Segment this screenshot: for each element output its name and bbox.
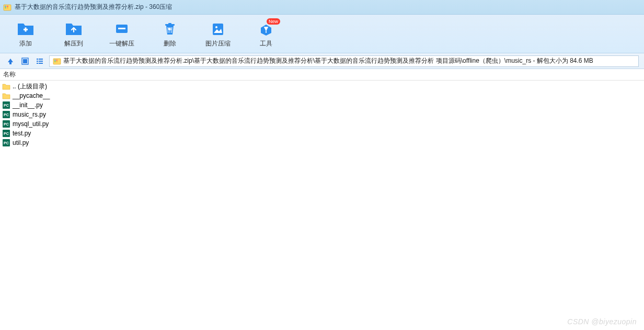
svg-rect-23	[56, 60, 58, 61]
one-click-extract-button[interactable]: 一键解压	[107, 21, 137, 48]
delete-label: 删除	[164, 39, 176, 48]
file-name: mysql_util.py	[13, 120, 49, 128]
svg-rect-22	[54, 60, 56, 61]
svg-text:PC: PC	[4, 104, 9, 107]
file-row[interactable]: PCtest.py	[0, 129, 644, 138]
folder-icon	[2, 92, 10, 100]
one-click-extract-label: 一键解压	[109, 39, 134, 48]
extract-to-label: 解压到	[64, 39, 83, 48]
image-compress-label: 图片压缩	[205, 39, 231, 48]
svg-rect-14	[23, 59, 27, 63]
column-name: 名称	[3, 70, 16, 79]
titlebar: 基于大数据的音乐流行趋势预测及推荐分析.zip - 360压缩	[0, 0, 644, 15]
svg-text:PC: PC	[4, 113, 9, 117]
svg-rect-10	[168, 23, 171, 25]
main-toolbar: 添加 解压到 一键解压	[0, 15, 644, 53]
svg-rect-18	[39, 61, 43, 62]
add-label: 添加	[19, 39, 32, 48]
archive-icon	[53, 57, 61, 65]
svg-point-12	[215, 26, 217, 28]
path-field[interactable]: 基于大数据的音乐流行趋势预测及推荐分析.zip\基于大数据的音乐流行趋势预测及推…	[49, 55, 639, 67]
image-compress-button[interactable]: 图片压缩	[203, 21, 233, 48]
svg-rect-1	[5, 6, 6, 7]
python-file-icon: PC	[2, 120, 10, 128]
svg-rect-3	[5, 7, 6, 8]
file-name: .. (上级目录)	[13, 82, 47, 91]
svg-rect-17	[37, 61, 38, 62]
file-name: __pycache__	[13, 92, 50, 99]
python-file-icon: PC	[2, 110, 10, 119]
window-title: 基于大数据的音乐流行趋势预测及推荐分析.zip - 360压缩	[15, 3, 172, 12]
python-file-icon: PC	[2, 139, 10, 147]
svg-rect-2	[7, 6, 8, 7]
file-name: util.py	[13, 139, 29, 146]
extract-to-button[interactable]: 解压到	[59, 21, 89, 48]
file-row[interactable]: PC__init__.py	[0, 100, 644, 110]
svg-rect-4	[7, 7, 8, 8]
image-compress-icon	[209, 21, 227, 36]
new-badge: New	[267, 18, 280, 25]
add-icon	[17, 21, 34, 36]
svg-text:PC: PC	[4, 122, 9, 126]
delete-button[interactable]: 删除	[155, 21, 185, 48]
path-text: 基于大数据的音乐流行趋势预测及推荐分析.zip\基于大数据的音乐流行趋势预测及推…	[63, 56, 593, 65]
pathbar: 基于大数据的音乐流行趋势预测及推荐分析.zip\基于大数据的音乐流行趋势预测及推…	[0, 53, 644, 69]
file-row[interactable]: PCutil.py	[0, 138, 644, 147]
app-icon	[3, 3, 12, 12]
svg-rect-25	[56, 61, 58, 62]
one-click-extract-icon	[113, 21, 131, 36]
svg-rect-15	[37, 59, 38, 60]
file-row[interactable]: PCmusic_rs.py	[0, 110, 644, 119]
python-file-icon: PC	[2, 129, 10, 138]
view-list-button[interactable]	[34, 56, 45, 66]
file-name: __init__.py	[13, 101, 43, 109]
file-name: music_rs.py	[13, 111, 46, 118]
tools-label: 工具	[260, 39, 272, 48]
file-row[interactable]: .. (上级目录)	[0, 82, 644, 91]
column-header[interactable]: 名称	[0, 69, 644, 81]
svg-rect-11	[213, 24, 223, 35]
svg-rect-20	[39, 63, 43, 64]
delete-icon	[161, 21, 179, 36]
svg-rect-8	[118, 28, 125, 29]
python-file-icon: PC	[2, 101, 10, 109]
file-name: test.py	[13, 130, 31, 137]
file-list: .. (上级目录)__pycache__PC__init__.pyPCmusic…	[0, 81, 644, 330]
svg-text:PC: PC	[4, 141, 9, 145]
extract-to-icon	[65, 21, 83, 36]
file-row[interactable]: __pycache__	[0, 91, 644, 100]
svg-text:PC: PC	[4, 132, 9, 135]
up-button[interactable]	[5, 56, 16, 66]
svg-rect-6	[25, 28, 27, 32]
view-large-icons-button[interactable]	[20, 56, 30, 66]
file-row[interactable]: PCmysql_util.py	[0, 119, 644, 129]
add-button[interactable]: 添加	[10, 21, 41, 48]
svg-rect-19	[37, 63, 38, 64]
svg-rect-24	[54, 61, 56, 62]
tools-button[interactable]: New 工具	[251, 21, 281, 48]
folder-up-icon	[2, 82, 10, 90]
svg-rect-16	[39, 59, 43, 60]
